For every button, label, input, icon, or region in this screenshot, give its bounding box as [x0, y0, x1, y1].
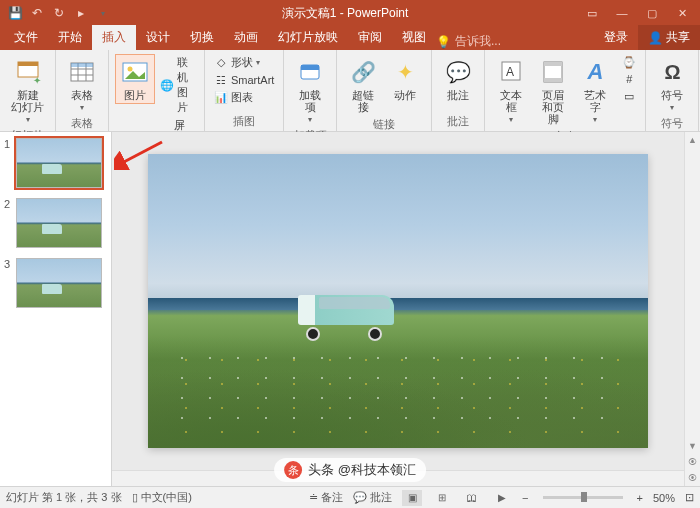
picture-icon: [120, 57, 150, 87]
watermark: 条 头条 @科技本领汇: [274, 458, 426, 482]
picture-button[interactable]: 图片: [115, 54, 155, 104]
comment-icon: 💬: [443, 57, 473, 87]
thumbnail-item[interactable]: 2: [4, 198, 107, 248]
group-symbols-label: 符号: [661, 115, 683, 131]
slide-thumbnail-pane[interactable]: 1 2 3: [0, 132, 112, 486]
close-button[interactable]: ✕: [668, 2, 696, 24]
table-button[interactable]: 表格 ▾: [62, 54, 102, 115]
thumbnail-1[interactable]: [16, 138, 102, 188]
group-symbols: Ω 符号 ▾ 符号: [646, 50, 699, 131]
thumbnail-item[interactable]: 3: [4, 258, 107, 308]
group-links-label: 链接: [373, 116, 395, 132]
redo-icon[interactable]: ↻: [50, 4, 68, 22]
prev-slide-icon[interactable]: ⦿: [685, 454, 700, 470]
group-links: 🔗 超链接 ✦ 动作 链接: [337, 50, 432, 131]
smartart-button[interactable]: ☷ SmartArt: [211, 72, 277, 88]
chevron-down-icon: ▾: [26, 115, 30, 124]
textbox-button[interactable]: A 文本框 ▾: [491, 54, 531, 127]
online-pictures-label: 联机图片: [177, 55, 195, 115]
chevron-down-icon: ▾: [509, 115, 513, 124]
slideshow-view-button[interactable]: ▶: [492, 490, 512, 506]
header-footer-icon: [538, 57, 568, 87]
svg-rect-16: [544, 62, 562, 66]
normal-view-button[interactable]: ▣: [402, 490, 422, 506]
action-icon: ✦: [390, 57, 420, 87]
action-button[interactable]: ✦ 动作: [385, 54, 425, 104]
window-title: 演示文稿1 - PowerPoint: [112, 5, 578, 22]
comment-button[interactable]: 💬 批注: [438, 54, 478, 104]
start-slideshow-icon[interactable]: ▸: [72, 4, 90, 22]
header-footer-label: 页眉和页脚: [538, 89, 568, 125]
save-icon[interactable]: 💾: [6, 4, 24, 22]
online-pictures-icon: 🌐: [160, 78, 174, 92]
thumbnail-3[interactable]: [16, 258, 102, 308]
text-more-1[interactable]: ⌚: [619, 54, 639, 70]
comment-label: 批注: [447, 89, 469, 101]
scroll-up-icon[interactable]: ▲: [685, 132, 700, 148]
new-slide-button[interactable]: ✦ 新建 幻灯片 ▾: [6, 54, 49, 127]
vertical-scrollbar[interactable]: ▲ ▼ ⦿ ⦿: [684, 132, 700, 486]
zoom-slider-thumb[interactable]: [581, 492, 587, 502]
zoom-slider[interactable]: [543, 496, 623, 499]
scroll-down-icon[interactable]: ▼: [685, 438, 700, 454]
maximize-button[interactable]: ▢: [638, 2, 666, 24]
comments-label: 批注: [370, 490, 392, 505]
status-bar: 幻灯片 第 1 张，共 3 张 ▯ 中文(中国) ≐ 备注 💬 批注 ▣ ⊞ 🕮…: [0, 486, 700, 508]
tab-transitions[interactable]: 切换: [180, 25, 224, 50]
language-indicator[interactable]: ▯ 中文(中国): [132, 490, 192, 505]
tab-insert[interactable]: 插入: [92, 25, 136, 50]
reading-view-button[interactable]: 🕮: [462, 490, 482, 506]
share-button[interactable]: 👤 共享: [638, 25, 700, 50]
current-slide[interactable]: [148, 154, 648, 448]
addins-icon: [295, 57, 325, 87]
zoom-in-button[interactable]: +: [637, 492, 643, 504]
tell-me[interactable]: 💡 告诉我...: [436, 33, 511, 50]
notes-label: 备注: [321, 490, 343, 505]
wordart-button[interactable]: A 艺术字 ▾: [575, 54, 615, 127]
online-pictures-button[interactable]: 🌐 联机图片: [157, 54, 198, 116]
notes-button[interactable]: ≐ 备注: [309, 490, 343, 505]
chart-icon: 📊: [214, 91, 228, 105]
thumbnail-2[interactable]: [16, 198, 102, 248]
chevron-down-icon: ▾: [308, 115, 312, 124]
table-label: 表格: [71, 89, 93, 101]
shapes-button[interactable]: ◇ 形状 ▾: [211, 54, 277, 71]
tab-design[interactable]: 设计: [136, 25, 180, 50]
login-button[interactable]: 登录: [594, 25, 638, 50]
ribbon-display-options-icon[interactable]: ▭: [578, 2, 606, 24]
slide-counter[interactable]: 幻灯片 第 1 张，共 3 张: [6, 490, 122, 505]
language-label: 中文(中国): [141, 490, 192, 505]
tab-home[interactable]: 开始: [48, 25, 92, 50]
qat-more-icon[interactable]: ▾: [94, 4, 112, 22]
tab-file[interactable]: 文件: [4, 25, 48, 50]
addins-button[interactable]: 加载 项 ▾: [290, 54, 330, 127]
comments-icon: 💬: [353, 491, 367, 504]
thumbnail-number: 3: [4, 258, 12, 308]
header-footer-button[interactable]: 页眉和页脚: [533, 54, 573, 128]
share-icon: 👤: [648, 31, 663, 45]
undo-icon[interactable]: ↶: [28, 4, 46, 22]
slide-editor[interactable]: ▲ ▼ ⦿ ⦿: [112, 132, 700, 486]
tab-review[interactable]: 审阅: [348, 25, 392, 50]
sorter-view-button[interactable]: ⊞: [432, 490, 452, 506]
group-text: A 文本框 ▾ 页眉和页脚 A 艺术字 ▾ ⌚ # ▭ 文本: [485, 50, 646, 131]
minimize-button[interactable]: —: [608, 2, 636, 24]
text-more-2[interactable]: #: [619, 71, 639, 87]
symbol-button[interactable]: Ω 符号 ▾: [652, 54, 692, 115]
thumbnail-item[interactable]: 1: [4, 138, 107, 188]
comments-toggle[interactable]: 💬 批注: [353, 490, 392, 505]
fit-to-window-button[interactable]: ⊡: [685, 491, 694, 504]
chart-button[interactable]: 📊 图表: [211, 89, 277, 106]
symbol-icon: Ω: [657, 57, 687, 87]
object-icon: ▭: [622, 89, 636, 103]
zoom-level[interactable]: 50%: [653, 492, 675, 504]
zoom-out-button[interactable]: −: [522, 492, 528, 504]
thumbnail-number: 2: [4, 198, 12, 248]
tab-animations[interactable]: 动画: [224, 25, 268, 50]
hyperlink-button[interactable]: 🔗 超链接: [343, 54, 383, 116]
quick-access-toolbar: 💾 ↶ ↻ ▸ ▾: [0, 4, 112, 22]
tab-slideshow[interactable]: 幻灯片放映: [268, 25, 348, 50]
tab-view[interactable]: 视图: [392, 25, 436, 50]
text-more-3[interactable]: ▭: [619, 88, 639, 104]
next-slide-icon[interactable]: ⦿: [685, 470, 700, 486]
